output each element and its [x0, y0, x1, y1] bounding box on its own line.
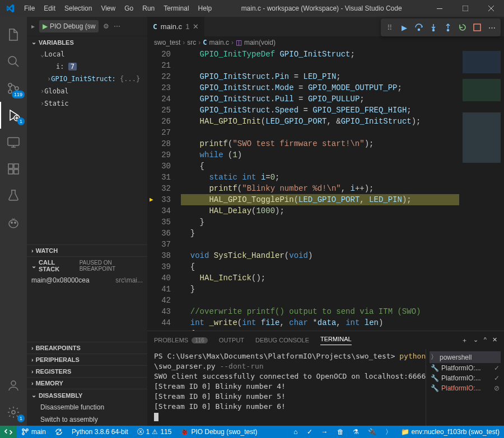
code-line[interactable]: }: [181, 284, 459, 295]
code-line[interactable]: }: [181, 228, 459, 239]
close-tab-icon[interactable]: ✕: [193, 22, 199, 31]
menu-go[interactable]: Go: [120, 1, 138, 16]
menu-file[interactable]: File: [20, 1, 39, 16]
variable-i[interactable]: i: 7: [38, 60, 147, 73]
watch-section[interactable]: ›WATCH: [27, 244, 147, 256]
disassembly-section[interactable]: ⌄DISASSEMBLY: [27, 389, 147, 401]
more-actions-icon[interactable]: ⋯: [484, 20, 499, 35]
code-line[interactable]: void SysTick_Handler(void): [181, 250, 459, 261]
pio-clean-icon[interactable]: 🗑: [333, 426, 348, 438]
maximize-button[interactable]: [452, 0, 478, 17]
platformio-icon[interactable]: [0, 209, 27, 236]
remote-explorer-icon[interactable]: [0, 129, 27, 156]
menu-run[interactable]: Run: [138, 1, 159, 16]
terminal-output[interactable]: PS C:\Users\Max\Documents\PlatformIO\Pro…: [147, 349, 426, 426]
sync-icon[interactable]: [50, 426, 67, 438]
pio-env[interactable]: 📁env:nucleo_f103rb (swo_test): [396, 426, 504, 438]
settings-icon[interactable]: 1: [0, 399, 27, 426]
drag-handle-icon[interactable]: ⠿: [382, 20, 397, 35]
remote-indicator[interactable]: [0, 426, 17, 438]
debug-config-selector[interactable]: ▶ PIO Debug (sw: [39, 20, 99, 32]
menu-view[interactable]: View: [96, 1, 120, 16]
code-line[interactable]: GPIO_InitStruct.Speed = GPIO_SPEED_FREQ_…: [181, 105, 459, 116]
tab-debug-console[interactable]: DEBUG CONSOLE: [255, 337, 309, 343]
code-line[interactable]: HAL_GPIO_TogglePin(LED_GPIO_PORT, LED_PI…: [181, 194, 459, 205]
step-out-icon[interactable]: [441, 20, 455, 35]
variables-section[interactable]: ⌄VARIABLES: [27, 36, 147, 48]
pio-home-icon[interactable]: ⌂: [289, 426, 302, 438]
pio-test-icon[interactable]: ⚗: [348, 426, 363, 438]
minimize-button[interactable]: [427, 0, 452, 17]
code-line[interactable]: GPIO_InitStruct.Mode = GPIO_MODE_OUTPUT_…: [181, 82, 459, 93]
code-line[interactable]: int _write(int file, char *data, int len…: [181, 317, 459, 328]
pio-monitor-icon[interactable]: 🔌: [363, 426, 381, 438]
tab-output[interactable]: OUTPUT: [219, 337, 244, 343]
problems-status[interactable]: ⓧ1⚠115: [133, 426, 176, 438]
code-line[interactable]: printf("Blinky number %d!\n", i++);: [181, 183, 459, 194]
scope-global[interactable]: › Global: [38, 85, 147, 97]
breadcrumb[interactable]: swo_test› src› Cmain.c› ◫main(void): [147, 36, 504, 49]
variable-gpio-initstruct[interactable]: › GPIO_InitStruct: {...}: [38, 73, 147, 85]
code-line[interactable]: {: [181, 261, 459, 272]
code-line[interactable]: [181, 295, 459, 306]
pio-terminal-icon[interactable]: 〉: [381, 426, 396, 438]
disassemble-function[interactable]: Disassemble function: [27, 401, 147, 413]
code-line[interactable]: while (1): [181, 149, 459, 161]
extensions-icon[interactable]: [0, 156, 27, 182]
accounts-icon[interactable]: [0, 372, 27, 399]
menu-selection[interactable]: Selection: [60, 1, 96, 16]
tab-main-c[interactable]: C main.c 1 ✕: [147, 17, 205, 36]
code-editor[interactable]: 2021222324252627282930313233▶34353637383…: [147, 49, 504, 331]
minimap[interactable]: [459, 49, 504, 331]
close-button[interactable]: [478, 0, 504, 17]
more-icon[interactable]: ⋯: [114, 22, 120, 30]
terminal-item-pio-3[interactable]: 🔧PlatformIO:...⊘: [430, 383, 501, 393]
close-panel-icon[interactable]: ✕: [492, 336, 497, 345]
code-line[interactable]: HAL_GPIO_Init(LED_GPIO_PORT, &GPIO_InitS…: [181, 116, 459, 127]
sidebar-chevron-icon[interactable]: ▸: [31, 22, 35, 30]
code-line[interactable]: HAL_IncTick();: [181, 272, 459, 284]
new-terminal-icon[interactable]: ＋: [461, 336, 468, 345]
git-branch[interactable]: main: [17, 426, 50, 438]
code-line[interactable]: GPIO_InitStruct.Pull = GPIO_PULLUP;: [181, 93, 459, 105]
tab-terminal[interactable]: TERMINAL: [320, 336, 352, 345]
breakpoints-section[interactable]: ›BREAKPOINTS: [27, 342, 147, 354]
restart-icon[interactable]: [455, 20, 470, 35]
continue-icon[interactable]: ▶: [397, 20, 412, 35]
code-line[interactable]: HAL_Delay(1000);: [181, 205, 459, 216]
step-into-icon[interactable]: [426, 20, 441, 35]
memory-section[interactable]: ›MEMORY: [27, 377, 147, 389]
debug-status[interactable]: 🐞PIO Debug (swo_test): [176, 426, 262, 438]
pio-upload-icon[interactable]: →: [317, 426, 333, 438]
source-control-icon[interactable]: 119: [0, 75, 27, 102]
code-line[interactable]: GPIO_InitTypeDef GPIO_InitStruct;: [181, 49, 459, 60]
terminal-item-powershell[interactable]: 〉powershell: [430, 351, 501, 363]
tab-problems[interactable]: PROBLEMS116: [154, 337, 208, 343]
code-line[interactable]: static int i=0;: [181, 172, 459, 183]
terminal-dropdown-icon[interactable]: ⌄: [473, 336, 478, 345]
pio-build-icon[interactable]: ✓: [302, 426, 317, 438]
debug-toolbar[interactable]: ⠿ ▶ ⋯: [381, 18, 501, 36]
terminal-item-pio-2[interactable]: 🔧PlatformIO:...✓: [430, 373, 501, 383]
search-icon[interactable]: [0, 48, 27, 75]
scope-local[interactable]: ⌄ Local: [38, 48, 147, 60]
step-over-icon[interactable]: [412, 20, 426, 35]
code-line[interactable]: {: [181, 328, 459, 331]
maximize-panel-icon[interactable]: ^: [484, 336, 487, 345]
python-interpreter[interactable]: Python 3.8.6 64-bit: [67, 426, 133, 438]
code-line[interactable]: //overwrite printf() output to send via …: [181, 306, 459, 317]
code-line[interactable]: [181, 127, 459, 138]
code-line[interactable]: [181, 239, 459, 250]
registers-section[interactable]: ›REGISTERS: [27, 365, 147, 377]
code-line[interactable]: }: [181, 216, 459, 228]
gear-icon[interactable]: ⚙: [103, 22, 109, 30]
callstack-section[interactable]: ⌄CALL STACKPAUSED ON BREAKPOINT: [27, 256, 147, 275]
run-debug-icon[interactable]: 1: [0, 102, 27, 129]
explorer-icon[interactable]: [0, 21, 27, 48]
testing-icon[interactable]: [0, 182, 27, 209]
peripherals-section[interactable]: ›PERIPHERALS: [27, 354, 147, 365]
code-line[interactable]: [181, 60, 459, 71]
callstack-frame[interactable]: main@0x08000ceasrc\mai...: [27, 275, 147, 286]
start-debug-icon[interactable]: ▶: [43, 22, 48, 30]
switch-to-assembly[interactable]: Switch to assembly: [27, 413, 147, 426]
